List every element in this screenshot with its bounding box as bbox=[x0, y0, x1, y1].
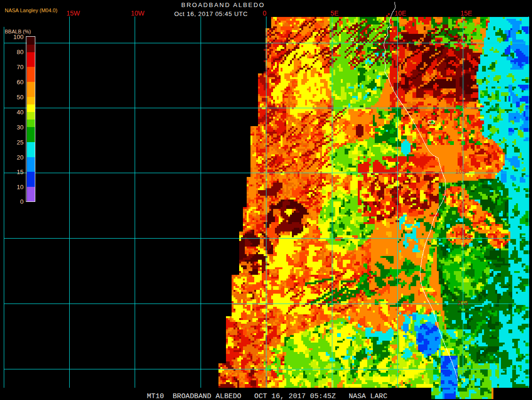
svg-text:20: 20 bbox=[17, 154, 24, 161]
svg-text:15E: 15E bbox=[460, 9, 472, 17]
svg-text:25: 25 bbox=[17, 139, 24, 146]
svg-text:5E: 5E bbox=[330, 9, 339, 17]
svg-text:BROADBAND ALBEDO: BROADBAND ALBEDO bbox=[181, 1, 265, 8]
svg-text:10: 10 bbox=[17, 184, 24, 191]
svg-text:40: 40 bbox=[17, 109, 24, 116]
svg-text:MT10 BROADBAND ALBEDO OCT 1: MT10 BROADBAND ALBEDO OCT 16, 2017 05:45… bbox=[147, 392, 387, 400]
svg-text:15S: 15S bbox=[460, 234, 471, 241]
svg-text:10E: 10E bbox=[395, 9, 406, 17]
svg-text:10W: 10W bbox=[131, 9, 145, 17]
svg-text:Oct 16, 2017 05:45 UTC: Oct 16, 2017 05:45 UTC bbox=[174, 10, 248, 17]
svg-text:10S: 10S bbox=[455, 168, 466, 175]
svg-text:NASA Langley (M04.0): NASA Langley (M04.0) bbox=[5, 8, 57, 13]
svg-text:15W: 15W bbox=[66, 9, 81, 17]
svg-text:0: 0 bbox=[458, 37, 461, 44]
svg-text:0: 0 bbox=[20, 198, 24, 205]
svg-text:30: 30 bbox=[17, 124, 24, 131]
svg-text:20S: 20S bbox=[457, 299, 468, 306]
svg-text:50: 50 bbox=[17, 94, 24, 101]
svg-text:5S: 5S bbox=[459, 103, 467, 110]
svg-text:60: 60 bbox=[17, 79, 24, 86]
svg-text:80: 80 bbox=[17, 48, 24, 56]
svg-text:15: 15 bbox=[17, 168, 24, 176]
svg-text:70: 70 bbox=[17, 64, 24, 71]
svg-text:0: 0 bbox=[263, 9, 266, 17]
svg-text:100: 100 bbox=[13, 33, 24, 40]
